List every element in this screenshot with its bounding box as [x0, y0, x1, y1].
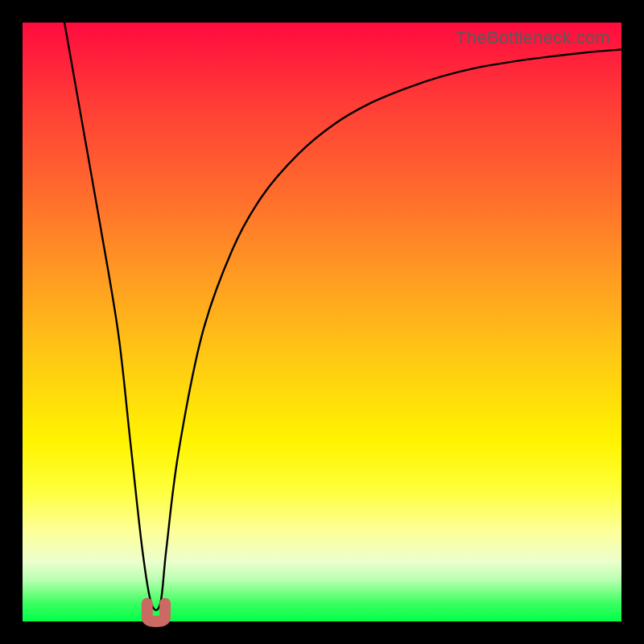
chart-svg [23, 23, 621, 621]
gradient-panel: TheBottleneck.com [23, 23, 621, 621]
minimum-nub [147, 604, 165, 621]
bottleneck-curve [64, 23, 621, 610]
